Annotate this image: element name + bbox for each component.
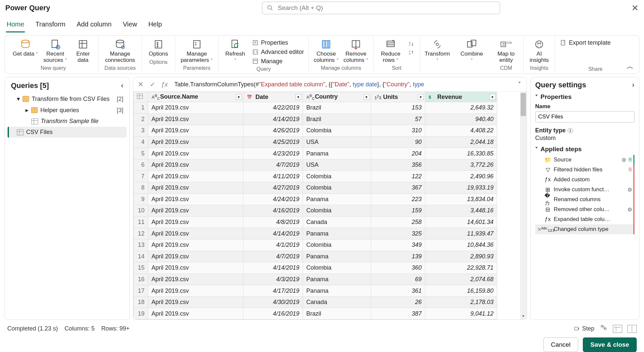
col-date[interactable]: 📅Date▾ — [243, 92, 303, 102]
col-units[interactable]: 123Units▾ — [371, 92, 425, 102]
gear-icon[interactable]: ⚙ — [627, 187, 632, 193]
tab-home[interactable]: Home — [6, 19, 25, 32]
search-input[interactable] — [278, 4, 495, 12]
query-folder-helper[interactable]: ▸ Helper queries [3] — [8, 105, 127, 116]
filter-icon[interactable]: ▾ — [418, 94, 424, 100]
data-grid[interactable]: ABCSource.Name▾ 📅Date▾ ABCCountry▾ 123Un… — [133, 92, 497, 320]
formula-cancel-icon[interactable]: ✕ — [136, 80, 145, 89]
vertical-scrollbar[interactable]: ▾ — [520, 92, 527, 320]
map-to-entity-button[interactable]: CDMMap to entity — [492, 37, 520, 65]
nav-icon[interactable]: ⎘ — [629, 157, 632, 163]
table-row[interactable]: 2April 2019.csv4/14/2019Brazil57940.40 — [134, 113, 497, 125]
table-row[interactable]: 5April 2019.csv4/23/2019Panama20416,330.… — [134, 148, 497, 159]
formula-text[interactable]: Table.TransformColumnTypes(#"Expanded ta… — [172, 79, 512, 89]
applied-step[interactable]: ▽Filtered hidden files⎘ — [535, 165, 634, 175]
applied-step[interactable]: ƒxExpanded table colu… — [535, 214, 634, 224]
cancel-button[interactable]: Cancel — [543, 337, 578, 352]
filter-icon[interactable]: ▾ — [490, 94, 495, 100]
col-country[interactable]: ABCCountry▾ — [303, 92, 371, 102]
gear-icon[interactable]: ⚙ — [627, 206, 632, 213]
table-row[interactable]: 19April 2019.csv4/16/2019Brazil3879,041.… — [134, 308, 497, 320]
manage-button[interactable]: Manage — [250, 57, 286, 66]
ai-insights-button[interactable]: AI insights — [527, 37, 551, 65]
applied-step[interactable]: ƒxAdded custom — [535, 175, 634, 185]
options-button[interactable]: Options — [145, 37, 172, 59]
sort-asc-button[interactable]: AZ — [407, 40, 416, 48]
enter-data-button[interactable]: Enter data — [71, 37, 95, 65]
settings-expand-icon[interactable]: › — [632, 81, 634, 89]
properties-section[interactable]: Properties — [535, 93, 634, 101]
grid-corner[interactable] — [134, 92, 148, 102]
table-row[interactable]: 10April 2019.csv4/16/2019Colombia1593,44… — [134, 205, 497, 217]
get-data-button[interactable]: Get data — [12, 37, 39, 59]
table-row[interactable]: 8April 2019.csv4/27/2019Colombia36719,93… — [134, 182, 497, 194]
query-transform-sample[interactable]: Transform Sample file — [8, 116, 127, 127]
filter-icon[interactable]: ▾ — [236, 94, 242, 100]
filter-icon[interactable]: ▾ — [295, 94, 301, 100]
table-row[interactable]: 18April 2019.csv4/30/2019Canada262,178.0… — [134, 296, 497, 308]
table-row[interactable]: 12April 2019.csv4/14/2019Panama32511,939… — [134, 228, 497, 240]
applied-step[interactable]: ✕ᴬᴮᶜ₁₂₃Changed column type — [535, 224, 634, 234]
table-row[interactable]: 6April 2019.csv4/7/2019USA3563,772.26 — [134, 159, 497, 171]
col-revenue[interactable]: $Revenue▾ — [425, 92, 497, 102]
tab-view[interactable]: View — [122, 19, 138, 32]
filter-icon[interactable]: ▾ — [364, 94, 369, 100]
delete-step-icon[interactable]: ✕ — [537, 226, 541, 233]
refresh-button[interactable]: Refresh — [222, 37, 248, 65]
formula-commit-icon[interactable]: ✓ — [148, 80, 157, 89]
split-view-icon[interactable] — [627, 325, 637, 333]
tab-help[interactable]: Help — [148, 19, 162, 32]
grid-view-icon[interactable] — [613, 325, 622, 333]
combine-button[interactable]: Combine — [458, 37, 486, 65]
info-icon[interactable]: i — [568, 128, 573, 133]
table-row[interactable]: 15April 2019.csv4/14/2019Colombia36022,9… — [134, 262, 497, 274]
tab-transform[interactable]: Transform — [35, 19, 66, 32]
reduce-rows-button[interactable]: Reduce rows — [377, 37, 405, 65]
advanced-editor-button[interactable]: Advanced editor — [250, 48, 305, 56]
query-csv-files[interactable]: CSV Files — [8, 127, 127, 138]
applied-step[interactable]: ⊟Removed other colu…⚙ — [535, 204, 634, 214]
export-template-button[interactable]: Export template — [558, 37, 612, 47]
diagram-view-icon[interactable] — [600, 325, 608, 333]
col-source-name[interactable]: ABCSource.Name▾ — [148, 92, 243, 102]
table-row[interactable]: 4April 2019.csv4/25/2019USA902,044.18 — [134, 136, 497, 148]
svg-point-11 — [157, 42, 158, 43]
table-row[interactable]: 17April 2019.csv4/17/2019Panama36116,159… — [134, 285, 497, 297]
svg-text:A: A — [409, 53, 411, 55]
fx-icon[interactable]: ƒx — [160, 80, 169, 89]
transform-button[interactable]: Transform — [423, 37, 451, 65]
query-folder-transform[interactable]: ▾ Transform file from CSV Files [2] — [8, 93, 127, 105]
close-icon[interactable]: ✕ — [631, 3, 639, 13]
applied-step[interactable]: �カRenamed columns — [535, 195, 634, 204]
scroll-down-icon[interactable]: ▾ — [520, 314, 527, 318]
query-name-input[interactable] — [535, 111, 634, 122]
recent-sources-button[interactable]: Recent sources — [41, 37, 69, 65]
choose-columns-button[interactable]: Choose columns — [312, 37, 340, 65]
scrollbar-thumb[interactable] — [521, 93, 526, 116]
formula-expand-icon[interactable]: ˅ — [515, 81, 524, 88]
tab-add-column[interactable]: Add column — [76, 19, 112, 32]
gear-icon[interactable]: ⚙ — [622, 157, 626, 163]
save-close-button[interactable]: Save & close — [583, 337, 637, 352]
table-row[interactable]: 13April 2019.csv4/1/2019Colombia34910,84… — [134, 239, 497, 251]
table-row[interactable]: 16April 2019.csv4/3/2019Panama692,074.68 — [134, 274, 497, 285]
manage-parameters-button[interactable]: Manage parameters — [179, 37, 215, 65]
step-button[interactable]: Step — [574, 325, 594, 332]
table-row[interactable]: 11April 2019.csv4/8/2019Canada25814,601.… — [134, 216, 497, 228]
applied-step[interactable]: 📁Source⚙⎘ — [535, 155, 634, 165]
svg-rect-49 — [605, 328, 606, 330]
search-box[interactable] — [262, 2, 500, 14]
queries-collapse-icon[interactable]: ‹ — [121, 81, 123, 90]
properties-button[interactable]: Properties — [250, 38, 289, 47]
table-row[interactable]: 14April 2019.csv4/7/2019Panama1392,890.9… — [134, 251, 497, 262]
remove-columns-button[interactable]: Remove columns — [342, 37, 370, 65]
applied-steps-section[interactable]: Applied steps — [535, 146, 634, 153]
table-row[interactable]: 9April 2019.csv4/24/2019Panama22313,834.… — [134, 194, 497, 205]
nav-icon[interactable]: ⎘ — [629, 167, 632, 173]
table-row[interactable]: 3April 2019.csv4/26/2019Colombia3104,408… — [134, 125, 497, 137]
table-row[interactable]: 7April 2019.csv4/11/2019Colombia1222,490… — [134, 171, 497, 182]
table-row[interactable]: 1April 2019.csv4/22/2019Brazil1532,649.3… — [134, 102, 497, 114]
sort-desc-button[interactable]: ZA — [407, 49, 416, 56]
ribbon-collapse-icon[interactable]: ︿ — [626, 62, 634, 71]
manage-connections-button[interactable]: Manage connections — [102, 37, 138, 65]
